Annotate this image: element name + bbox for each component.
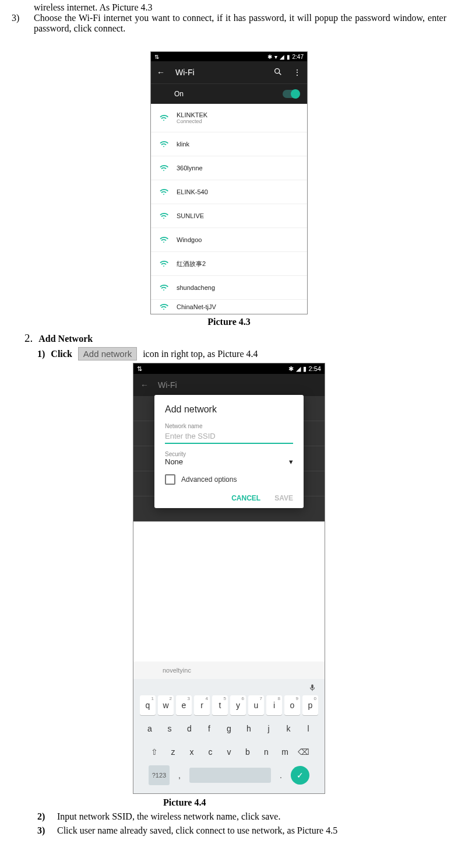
key-h[interactable]: h [240,719,258,738]
security-dropdown[interactable]: None ▾ [165,457,293,466]
key-z[interactable]: z [165,742,181,762]
phone-mock-2: ⇅ ✱ ◢ ▮ 2:54 ← Wi-Fi Add network Network… [133,363,325,794]
cancel-button[interactable]: CANCEL [231,494,260,502]
key-u[interactable]: u7 [248,695,264,715]
usb-icon: ⇅ [154,54,159,60]
section-2-step-1: 1) Click Add network icon in right top, … [37,347,446,360]
wifi-name: klink [177,141,189,148]
key-x[interactable]: x [184,742,200,762]
key-g[interactable]: g [220,719,238,738]
key-j[interactable]: j [260,719,277,738]
key-space[interactable] [189,768,271,783]
bt-icon: ✱ [267,54,272,60]
ssid-input[interactable]: Enter the SSID [165,429,293,444]
key-i[interactable]: i8 [266,695,282,715]
wifi-icon [159,113,168,123]
wifi-item[interactable]: 360lynne [151,156,307,180]
section-2: 2. Add Network 1) Click Add network icon… [12,332,446,360]
key-comma[interactable]: , [172,765,187,785]
wifi-name: KLINKTEK [177,111,207,118]
wifi-item[interactable]: 红酒故事2 [151,252,307,276]
s2-step1-rest: icon in right top, as Picture 4.4 [143,349,258,359]
save-button[interactable]: SAVE [274,494,293,502]
intro-fragment: wireless internet. As Picture 4.3 [34,2,446,13]
s2-step3-text: Click user name already saved, click con… [57,825,337,836]
wifi-text: ELINK-540 [177,188,208,195]
battery-icon: ▮ [303,365,306,373]
wifi-item[interactable]: SUNLIVE [151,204,307,228]
key-s[interactable]: s [161,719,178,738]
wifi-toggle[interactable] [283,90,299,98]
key-t[interactable]: t5 [212,695,228,715]
advanced-checkbox[interactable] [165,474,175,485]
s2-step1-click: Click [51,349,72,359]
wifi-on-row: On [151,83,307,104]
wifi-text: klink [177,141,189,148]
key-e[interactable]: e3 [176,695,192,715]
key-enter[interactable]: ✓ [291,766,309,785]
clock: 2:54 [309,365,321,372]
search-icon[interactable] [273,67,283,78]
security-label: Security [165,451,293,457]
wifi-item[interactable]: klink [151,132,307,156]
phone-mock-1: ⇅ ✱ ▾ ◢ ▮ 2:47 ← Wi-Fi ⋮ On KLINKTEKConn… [150,51,308,314]
signal-icon: ◢ [280,54,284,60]
key-m[interactable]: m [277,742,293,762]
key-c[interactable]: c [202,742,219,762]
back-icon[interactable]: ← [157,68,165,77]
wifi-item[interactable]: ChinaNet-tjJV [151,300,307,314]
key-b[interactable]: b [239,742,256,762]
kbd-row-1: q1w2e3r4t5y6u7i8o9p0 [136,695,322,715]
security-value: None [165,457,183,466]
wifi-text: 红酒故事2 [177,260,206,268]
key-w[interactable]: w2 [158,695,174,715]
back-icon: ← [140,380,149,390]
wifi-name: Windgoo [177,236,202,243]
below-item: noveltyinc [133,662,325,679]
key-q[interactable]: q1 [140,695,156,715]
key-o[interactable]: o9 [284,695,300,715]
voice-icon[interactable] [136,682,322,695]
key-shift[interactable]: ⇧ [146,742,163,762]
wifi-item[interactable]: KLINKTEKConnected [151,104,307,132]
key-d[interactable]: d [181,719,198,738]
wifi-item[interactable]: Windgoo [151,228,307,252]
key-period[interactable]: . [273,765,288,785]
key-backspace[interactable]: ⌫ [295,742,312,762]
caption-4-3: Picture 4.3 [12,317,446,327]
network-name-label: Network name [165,423,293,429]
key-y[interactable]: y6 [230,695,246,715]
key-f[interactable]: f [200,719,218,738]
svg-point-0 [275,68,280,73]
wifi-name: ChinaNet-tjJV [177,303,216,310]
bt-icon: ✱ [288,365,294,373]
app-bar: ← Wi-Fi ⋮ [151,61,307,83]
s2-step2-text: Input network SSID, the wireless network… [57,811,280,822]
wifi-name: shundacheng [177,284,215,291]
on-label: On [174,90,283,98]
wifi-text: 360lynne [177,164,203,172]
bg-title: Wi-Fi [158,380,177,390]
advanced-label: Advanced options [181,475,237,484]
key-123[interactable]: ?123 [149,765,170,785]
key-k[interactable]: k [280,719,297,738]
wifi-icon [159,163,168,173]
key-r[interactable]: r4 [194,695,210,715]
key-p[interactable]: p0 [302,695,318,715]
key-l[interactable]: l [300,719,317,738]
dialog-actions: CANCEL SAVE [165,494,293,502]
wifi-text: SUNLIVE [177,212,204,219]
wifi-item[interactable]: ELINK-540 [151,180,307,204]
wifi-item[interactable]: shundacheng [151,276,307,300]
usb-icon: ⇅ [137,365,142,373]
key-n[interactable]: n [258,742,274,762]
section-2-heading: 2. Add Network [24,332,446,345]
wifi-icon [159,139,168,149]
overflow-icon[interactable]: ⋮ [293,68,301,77]
status-bar-2: ⇅ ✱ ◢ ▮ 2:54 [133,363,325,374]
key-a[interactable]: a [141,719,158,738]
kbd-row-3: ⇧zxcvbnm⌫ [136,742,322,762]
advanced-row[interactable]: Advanced options [165,474,293,485]
key-v[interactable]: v [221,742,237,762]
add-network-dialog: Add network Network name Enter the SSID … [154,395,304,508]
